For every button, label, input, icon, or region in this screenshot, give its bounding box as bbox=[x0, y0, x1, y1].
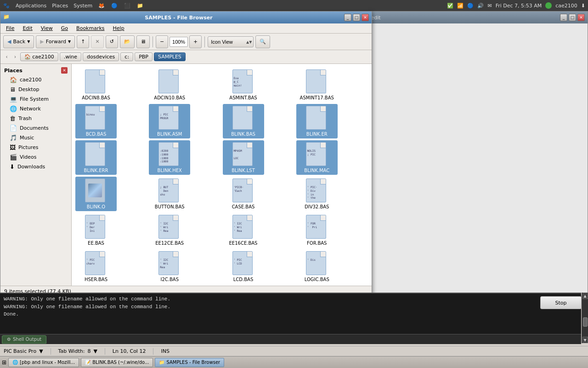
sidebar-item-downloads[interactable]: ⬇ Downloads bbox=[0, 162, 71, 172]
file-item-blink-asm[interactable]: ; PIC PROGRBLINK.ASM bbox=[149, 104, 190, 138]
file-icon: :0200 :1000 :1000 :1000 bbox=[158, 142, 181, 167]
up-button[interactable]: ↑ bbox=[77, 35, 89, 48]
email-icon[interactable]: ✉ bbox=[487, 3, 492, 9]
zoom-in-button[interactable]: + bbox=[189, 35, 202, 48]
file-item-blink-hex[interactable]: :0200 :1000 :1000 :1000BLINK.HEX bbox=[149, 140, 190, 175]
sidebar-item-network[interactable]: 🌐 Network bbox=[0, 104, 71, 114]
taskbar-item-mozilla[interactable]: 🌐 [pbp and linux - Mozill... bbox=[8, 358, 79, 367]
scroll-up-arrow[interactable]: ▲ bbox=[582, 293, 588, 299]
zoom-out-button[interactable]: − bbox=[156, 35, 168, 48]
taskbar-icon: ⊞ bbox=[2, 359, 6, 366]
taskbar-item-samples[interactable]: 📁 SAMPLES - File Browser bbox=[155, 358, 224, 367]
sidebar-item-trash[interactable]: 🗑 Trash bbox=[0, 114, 71, 123]
maximize-button[interactable]: □ bbox=[353, 14, 360, 21]
tab-width-dropdown-icon[interactable]: ▼ bbox=[93, 348, 97, 354]
stop-button[interactable]: Stop bbox=[540, 296, 582, 309]
menu-file[interactable]: File bbox=[2, 24, 18, 32]
file-item-lcd-bas[interactable]: ' PIC ' LCDLCD.BAS bbox=[223, 249, 264, 284]
menu-edit[interactable]: Edit bbox=[19, 24, 36, 32]
back-button[interactable]: ◀ Back ▼ bbox=[3, 35, 34, 48]
file-item-i2c-bas[interactable]: ' I2C ' Wri ReaI2C.BAS bbox=[149, 249, 190, 284]
sidebar-item-desktop[interactable]: 🖥 Desktop bbox=[0, 85, 71, 94]
menu-go[interactable]: Go bbox=[57, 24, 72, 32]
search-button[interactable]: 🔍 bbox=[255, 35, 270, 48]
tab-width-section[interactable]: Tab Width: 8 ▼ bbox=[58, 348, 97, 354]
sidebar-item-videos[interactable]: 🎬 Videos bbox=[0, 152, 71, 162]
file-item-blink-mac[interactable]: NOLIS ; PICBLINK.MAC bbox=[296, 140, 338, 175]
open-location-button[interactable]: 📂 bbox=[120, 35, 135, 48]
file-item-adcin8-bas[interactable]: ADCIN8.BAS bbox=[75, 68, 117, 102]
language-section[interactable]: PIC Basic Pro ▼ bbox=[4, 348, 43, 354]
breadcrumb-c[interactable]: c: bbox=[120, 52, 133, 61]
file-item-asmint17-bas[interactable]: ASMINT17.BAS bbox=[296, 68, 338, 102]
zoom-input[interactable]: 100% bbox=[170, 37, 188, 47]
file-item-blink-er[interactable]: BLINK.ER bbox=[296, 104, 338, 138]
breadcrumb-dosdevices[interactable]: dosdevices bbox=[83, 52, 119, 61]
file-item-bcd-bas[interactable]: binouBCD.BAS bbox=[75, 104, 117, 138]
file-item-button-bas[interactable]: ; BUT Den shoBUTTON.BAS bbox=[149, 177, 190, 211]
forward-button[interactable]: ▶ Forward ▼ bbox=[36, 35, 75, 48]
file-item-case-bas[interactable]: 'PICB· 'EachCASE.BAS bbox=[223, 177, 264, 211]
reload-button[interactable]: ↺ bbox=[106, 35, 118, 48]
editor-min-button[interactable]: _ bbox=[560, 14, 567, 21]
sidebar-item-filesystem[interactable]: 💻 File System bbox=[0, 94, 71, 104]
file-item-div32-bas[interactable]: ' PIC· ' Div ' in ' theDIV32.BAS bbox=[296, 177, 338, 211]
terminal-icon[interactable]: ⬛ bbox=[124, 2, 131, 9]
scroll-thumb[interactable] bbox=[583, 317, 588, 327]
close-button[interactable]: ✕ bbox=[362, 14, 369, 21]
file-icon bbox=[232, 106, 254, 131]
user-menu-icon[interactable]: ⬇ bbox=[581, 3, 585, 9]
menu-bookmarks[interactable]: Bookmarks bbox=[73, 24, 108, 32]
file-item-hser-bas[interactable]: ' PIC charvHSER.BAS bbox=[75, 249, 117, 284]
music-icon: 🎵 bbox=[10, 134, 17, 141]
breadcrumb-forward-button[interactable]: › bbox=[11, 52, 18, 62]
file-item-ee16ce-bas[interactable]: ' I2C ' Wri ' ReaEE16CE.BAS bbox=[223, 213, 264, 247]
computer-button[interactable]: 🖥 bbox=[136, 35, 150, 48]
breadcrumb-back-button[interactable]: ‹ bbox=[3, 52, 10, 62]
sidebar-item-pictures[interactable]: 🖼 Pictures bbox=[0, 143, 71, 152]
file-item-blink-bas[interactable]: BLINK.BAS bbox=[223, 104, 264, 138]
forward-dropdown-icon[interactable]: ▼ bbox=[68, 40, 71, 44]
file-item-for-bas[interactable]: ' FOR ' PriFOR.BAS bbox=[296, 213, 338, 247]
menu-help[interactable]: Help bbox=[109, 24, 128, 32]
taskbar-item-blink[interactable]: 📝 BLINK.BAS (~/.wine/do... bbox=[81, 358, 153, 367]
file-item-adcin10-bas[interactable]: ADCIN10.BAS bbox=[149, 68, 190, 102]
menu-system[interactable]: System bbox=[74, 3, 92, 9]
back-dropdown-icon[interactable]: ▼ bbox=[27, 40, 30, 44]
minimize-button[interactable]: _ bbox=[344, 14, 351, 21]
scroll-down-arrow[interactable]: ▼ bbox=[582, 337, 588, 343]
language-dropdown-icon[interactable]: ▼ bbox=[39, 348, 43, 354]
menu-places[interactable]: Places bbox=[52, 3, 68, 9]
file-item-asmint-bas[interactable]: Exa @_C main!ASMINT.BAS bbox=[223, 68, 264, 102]
sidebar-label-filesystem: File System bbox=[20, 96, 49, 102]
sidebar-item-cae2100[interactable]: 🏠 cae2100 bbox=[0, 75, 71, 85]
shell-output-tab[interactable]: ⚙ Shell Output bbox=[2, 335, 46, 344]
file-item-ee-bas[interactable]: ' EEP ' Der IniEE.BAS bbox=[75, 213, 117, 247]
sidebar-item-music[interactable]: 🎵 Music bbox=[0, 133, 71, 143]
file-item-blink-lst[interactable]: MPASM LOCBLINK.LST bbox=[223, 140, 264, 175]
sidebar-item-documents[interactable]: 📄 Documents bbox=[0, 123, 71, 133]
menu-applications[interactable]: Applications bbox=[16, 3, 46, 9]
file-item-logic-bas[interactable]: ' DisLOGIC.BAS bbox=[296, 249, 338, 284]
document-icon: ; PIC PROGR bbox=[158, 106, 179, 130]
file-item-blink-o[interactable]: BLINK.O bbox=[75, 177, 117, 211]
file-item-ee12ce-bas[interactable]: ' I2C ' Wri ' ReaEE12CE.BAS bbox=[149, 213, 190, 247]
menu-view[interactable]: View bbox=[37, 24, 57, 32]
language-label: PIC Basic Pro bbox=[4, 348, 36, 354]
editor-max-button[interactable]: □ bbox=[569, 14, 576, 21]
files-icon[interactable]: 📁 bbox=[136, 2, 144, 9]
file-grid-container[interactable]: ADCIN8.BASADCIN10.BASExa @_C main!ASMINT… bbox=[72, 64, 372, 286]
stop-nav-button[interactable]: ✕ bbox=[91, 35, 103, 48]
breadcrumb-samples[interactable]: SAMPLES bbox=[154, 52, 186, 61]
volume-icon[interactable]: 🔊 bbox=[477, 3, 484, 9]
firefox-icon[interactable]: 🦊 bbox=[98, 2, 105, 9]
editor-close-button[interactable]: ✕ bbox=[577, 14, 585, 21]
stop-icon: ✕ bbox=[95, 39, 99, 45]
sidebar-close-button[interactable]: ✕ bbox=[61, 67, 68, 74]
breadcrumb-wine[interactable]: .wine bbox=[60, 52, 81, 61]
document-icon: binou bbox=[85, 106, 105, 130]
view-select[interactable]: Icon View List View Compact View bbox=[208, 36, 254, 47]
file-item-blink-err[interactable]: BLINK.ERR bbox=[75, 140, 117, 175]
breadcrumb-pbp[interactable]: PBP bbox=[135, 52, 153, 61]
breadcrumb-cae2100[interactable]: 🏠 cae2100 bbox=[20, 52, 58, 61]
